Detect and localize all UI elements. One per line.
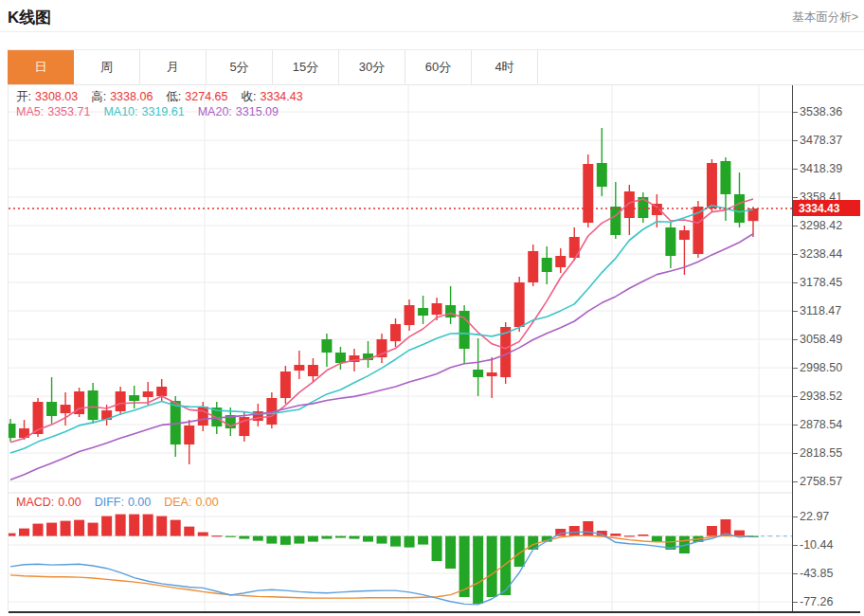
ma-readout: MA5:3353.71MA10:3319.61MA20:3315.09 [16,105,292,118]
axis-tick [793,573,798,574]
axis-tick [793,368,798,369]
chart-bottom-border [9,611,860,613]
axis-tick [793,140,798,141]
tab-period-0[interactable]: 日 [8,50,74,84]
price-axis-label: 2758.57 [800,475,842,488]
price-axis-label: 2998.50 [800,361,842,374]
chart-area: 开:3308.03高:3338.06低:3274.65收:3334.43 MA5… [8,85,859,613]
readout-label: MACD: [16,496,54,509]
axis-tick [793,425,798,426]
macd-readout: MACD:0.00DIFF:0.00DEA:0.00 [16,496,232,509]
readout-value: 0.00 [195,496,218,509]
axis-tick [793,339,798,340]
readout-value: 3319.61 [142,105,185,118]
axis-tick [793,197,798,198]
axis-tick [793,311,798,312]
kline-page: K线图 基本面分析> 日周月5分15分30分60分4时 开:3308.03高:3… [0,0,864,616]
price-axis-label: 3238.44 [800,247,842,261]
readout-value: 3353.71 [47,105,90,118]
readout-value: 3274.65 [185,90,227,103]
macd-axis-label: -10.44 [800,538,833,552]
readout-label: DIFF: [95,496,124,509]
readout-label: 高: [91,90,106,103]
axis-tick [793,396,798,397]
axis-tick [793,516,798,517]
axis-tick [793,282,798,283]
current-price-badge: 3334.43 [793,200,860,216]
readout-label: 开: [16,90,31,103]
readout-value: 3338.06 [110,90,153,103]
readout-label: MA20: [198,105,232,118]
axis-tick [793,545,798,546]
price-axis-label: 3058.49 [800,333,842,346]
tab-period-3[interactable]: 5分 [207,50,273,84]
tab-period-5[interactable]: 30分 [339,50,405,84]
readout-value: 3308.03 [35,90,78,103]
macd-axis-label: -43.85 [800,567,833,580]
axis-tick [793,453,798,454]
macd-axis-label: 22.97 [800,510,829,523]
fundamental-analysis-link[interactable]: 基本面分析> [792,9,858,26]
axis-tick [793,112,798,113]
page-title: K线图 [8,7,51,28]
candlestick-macd-chart [9,85,792,613]
readout-value: 0.00 [128,496,151,509]
readout-label: DEA: [164,496,191,509]
axis-tick [793,481,798,482]
tab-period-2[interactable]: 月 [140,50,207,84]
price-axis-label: 3178.45 [800,276,842,289]
readout-label: 收: [242,90,257,103]
tab-period-6[interactable]: 60分 [405,50,472,84]
axis-tick [793,254,798,255]
macd-axis-label: -77.26 [800,595,833,608]
tab-period-7[interactable]: 4时 [472,50,538,84]
readout-value: 0.00 [58,496,81,509]
price-axis-label: 3478.37 [800,134,842,147]
price-axis-label: 3298.42 [800,219,842,232]
readout-label: MA5: [16,105,44,118]
price-axis-label: 2818.55 [800,446,842,460]
period-tabbar: 日周月5分15分30分60分4时 [8,49,864,85]
readout-label: 低: [166,90,181,103]
axis-tick [793,602,798,603]
readout-label: MA10: [103,105,137,118]
axis-tick [793,226,798,226]
price-axis-label: 3418.39 [800,162,842,175]
price-axis-label: 3538.36 [800,105,842,118]
ohlc-readout: 开:3308.03高:3338.06低:3274.65收:3334.43 [16,89,316,105]
tab-period-1[interactable]: 周 [74,50,140,84]
price-axis: 3538.363478.373418.393358.413298.423238.… [792,85,860,613]
header-divider [0,31,864,32]
axis-tick [793,169,798,170]
readout-value: 3334.43 [261,90,303,103]
readout-value: 3315.09 [236,105,279,118]
price-axis-label: 3118.47 [800,304,841,317]
tab-period-4[interactable]: 15分 [273,50,339,84]
price-axis-label: 2938.52 [800,390,842,403]
price-axis-label: 2878.54 [800,418,842,431]
